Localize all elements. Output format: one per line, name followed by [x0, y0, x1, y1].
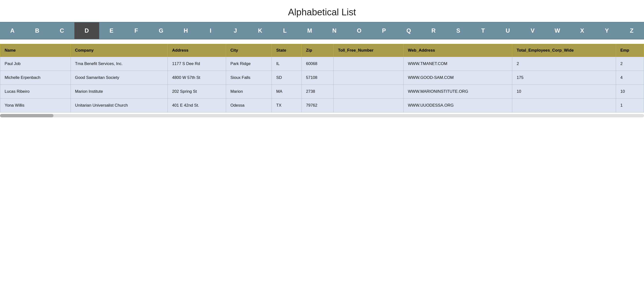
- table-row: Michelle ErpenbachGood Samaritan Society…: [0, 71, 644, 85]
- col-header-state: State: [272, 44, 302, 57]
- cell-company: Unitarian Universalist Church: [70, 99, 168, 112]
- alpha-nav-item-c[interactable]: C: [50, 22, 74, 39]
- cell-state: IL: [272, 57, 302, 71]
- col-header-address: Address: [168, 44, 226, 57]
- cell-zip: 2738: [302, 85, 333, 99]
- alpha-nav-item-l[interactable]: L: [272, 22, 297, 39]
- cell-emp: 1: [616, 99, 644, 112]
- alpha-nav-item-z[interactable]: Z: [619, 22, 644, 39]
- cell-city: Odessa: [226, 99, 272, 112]
- alpha-nav-item-j[interactable]: J: [223, 22, 248, 39]
- cell-emp: 10: [616, 85, 644, 99]
- col-header-web-address: Web_Address: [403, 44, 512, 57]
- cell-total-employees-corp-wide: 10: [512, 85, 616, 99]
- alpha-nav-item-o[interactable]: O: [347, 22, 372, 39]
- alpha-nav-item-x[interactable]: X: [570, 22, 594, 39]
- cell-total-employees-corp-wide: [512, 99, 616, 112]
- col-header-total-employees-corp-wide: Total_Employees_Corp_Wide: [512, 44, 616, 57]
- cell-address: 202 Spring St: [168, 85, 226, 99]
- cell-total-employees-corp-wide: 175: [512, 71, 616, 85]
- col-header-company: Company: [70, 44, 168, 57]
- cell-zip: 57108: [302, 71, 333, 85]
- col-header-zip: Zip: [302, 44, 333, 57]
- cell-company: Good Samaritan Society: [70, 71, 168, 85]
- alpha-nav-item-n[interactable]: N: [322, 22, 347, 39]
- cell-web-address: WWW.GOOD-SAM.COM: [403, 71, 512, 85]
- cell-name: Paul Job: [0, 57, 71, 71]
- cell-zip: 60068: [302, 57, 333, 71]
- cell-emp: 2: [616, 57, 644, 71]
- cell-name: Lucas Ribeiro: [0, 85, 71, 99]
- scrollbar-thumb[interactable]: [0, 114, 54, 117]
- cell-state: TX: [272, 99, 302, 112]
- cell-web-address: WWW.TMANET.COM: [403, 57, 512, 71]
- cell-address: 1177 S Dee Rd: [168, 57, 226, 71]
- scrollbar-wrap: [0, 112, 644, 120]
- alpha-nav-item-d[interactable]: D: [74, 22, 99, 39]
- cell-toll-free-number: [334, 85, 404, 99]
- alpha-nav-item-v[interactable]: V: [520, 22, 545, 39]
- cell-address: 401 E 42nd St.: [168, 99, 226, 112]
- alpha-nav-item-p[interactable]: P: [372, 22, 396, 39]
- alpha-nav-item-f[interactable]: F: [124, 22, 148, 39]
- cell-city: Marion: [226, 85, 272, 99]
- cell-web-address: WWW.UUODESSA.ORG: [403, 99, 512, 112]
- cell-state: SD: [272, 71, 302, 85]
- cell-toll-free-number: [334, 57, 404, 71]
- cell-toll-free-number: [334, 71, 404, 85]
- cell-city: Park Ridge: [226, 57, 272, 71]
- alpha-nav-item-e[interactable]: E: [99, 22, 124, 39]
- alpha-nav-item-w[interactable]: W: [545, 22, 570, 39]
- col-header-emp: Emp: [616, 44, 644, 57]
- alphabetical-table: NameCompanyAddressCityStateZipToll_Free_…: [0, 44, 644, 112]
- scrollbar-track[interactable]: [0, 114, 644, 117]
- alpha-nav-item-b[interactable]: B: [25, 22, 50, 39]
- cell-total-employees-corp-wide: 2: [512, 57, 616, 71]
- cell-state: MA: [272, 85, 302, 99]
- alpha-nav-item-y[interactable]: Y: [594, 22, 619, 39]
- alpha-nav-item-k[interactable]: K: [248, 22, 272, 39]
- alpha-nav-item-r[interactable]: R: [421, 22, 446, 39]
- alpha-nav-item-s[interactable]: S: [446, 22, 471, 39]
- cell-web-address: WWW.MARIONINSTITUTE.ORG: [403, 85, 512, 99]
- cell-city: Sioux Falls: [226, 71, 272, 85]
- table-row: Paul JobTma Benefit Services, Inc.1177 S…: [0, 57, 644, 71]
- col-header-toll-free-number: Toll_Free_Number: [334, 44, 404, 57]
- alpha-nav-item-u[interactable]: U: [496, 22, 520, 39]
- alphabet-nav: ABCDEFGHIJKLMNOPQRSTUVWXYZ: [0, 22, 644, 40]
- alpha-nav-item-t[interactable]: T: [471, 22, 496, 39]
- page-title: Alphabetical List: [0, 0, 644, 22]
- col-header-city: City: [226, 44, 272, 57]
- cell-name: Yona Willis: [0, 99, 71, 112]
- col-header-name: Name: [0, 44, 71, 57]
- alpha-nav-item-m[interactable]: M: [297, 22, 322, 39]
- cell-address: 4800 W 57th St: [168, 71, 226, 85]
- table-row: Lucas RibeiroMarion Institute202 Spring …: [0, 85, 644, 99]
- cell-company: Tma Benefit Services, Inc.: [70, 57, 168, 71]
- alpha-nav-item-a[interactable]: A: [0, 22, 25, 39]
- alpha-nav-item-g[interactable]: G: [148, 22, 173, 39]
- alpha-nav-item-q[interactable]: Q: [396, 22, 421, 39]
- alpha-nav-item-i[interactable]: I: [198, 22, 223, 39]
- table-container: NameCompanyAddressCityStateZipToll_Free_…: [0, 40, 644, 112]
- cell-name: Michelle Erpenbach: [0, 71, 71, 85]
- cell-company: Marion Institute: [70, 85, 168, 99]
- table-row: Yona WillisUnitarian Universalist Church…: [0, 99, 644, 112]
- cell-zip: 79762: [302, 99, 333, 112]
- cell-toll-free-number: [334, 99, 404, 112]
- cell-emp: 4: [616, 71, 644, 85]
- alpha-nav-item-h[interactable]: H: [173, 22, 198, 39]
